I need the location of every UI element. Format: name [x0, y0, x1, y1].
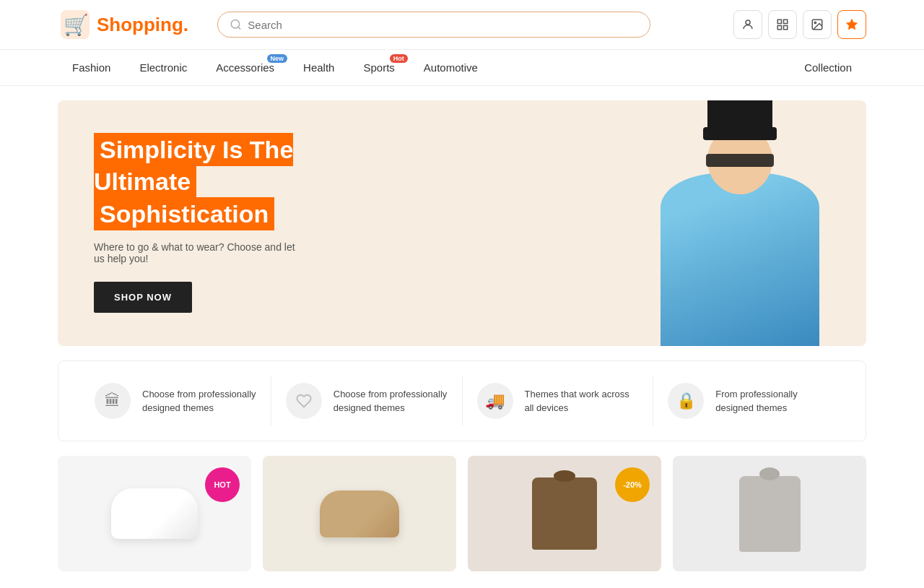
hot-badge: Hot — [390, 54, 408, 63]
discount-product-badge: -20% — [615, 467, 650, 502]
product-grid: HOT -20% — [58, 456, 866, 571]
product-image-0 — [111, 488, 198, 539]
user-icon-button[interactable] — [733, 10, 762, 39]
header-icons — [733, 10, 866, 39]
svg-rect-5 — [777, 20, 781, 23]
search-box — [217, 12, 650, 38]
svg-marker-11 — [847, 20, 858, 30]
search-area — [217, 12, 650, 38]
svg-rect-7 — [777, 26, 781, 30]
feature-text-3: From professionally designed themes — [715, 387, 829, 415]
feature-item-3: 🔒 From professionally designed themes — [653, 376, 844, 426]
features-strip: 🏛 Choose from professionally designed th… — [58, 360, 866, 441]
feature-text-2: Themes that work across all devices — [525, 387, 639, 415]
star-icon-button[interactable] — [837, 10, 866, 39]
grid-icon-button[interactable] — [768, 10, 797, 39]
product-image-2 — [532, 477, 597, 550]
nav-item-fashion[interactable]: Fashion — [58, 50, 125, 85]
feature-item-2: 🚚 Themes that work across all devices — [463, 376, 654, 426]
logo-icon: 🛒 — [58, 7, 92, 42]
product-card-2[interactable]: -20% — [468, 456, 661, 571]
building-icon: 🏛 — [95, 383, 131, 419]
svg-point-4 — [746, 20, 750, 25]
svg-rect-8 — [784, 26, 788, 30]
user-icon — [741, 18, 754, 31]
svg-line-3 — [238, 27, 240, 29]
product-card-3[interactable] — [673, 456, 866, 571]
logo-text: Shopping. — [97, 14, 188, 36]
hot-product-badge: HOT — [205, 467, 240, 502]
nav-item-health[interactable]: Health — [289, 50, 349, 85]
nav-collection[interactable]: Collection — [790, 50, 866, 85]
search-input[interactable] — [248, 19, 638, 31]
nav-item-sports[interactable]: Sports Hot — [349, 50, 409, 85]
star-icon — [845, 18, 858, 31]
hero-figure — [614, 100, 866, 346]
hero-subtitle: Where to go & what to wear? Choose and l… — [94, 241, 296, 264]
svg-point-10 — [814, 22, 816, 23]
image-icon-button[interactable] — [803, 10, 832, 39]
product-card-1[interactable] — [263, 456, 456, 571]
hero-banner: Simplicity Is The Ultimate Sophisticatio… — [58, 100, 866, 346]
feature-item-1: Choose from professionally designed them… — [271, 376, 463, 426]
new-badge: New — [267, 54, 288, 63]
lock-icon: 🔒 — [668, 383, 704, 419]
image-icon — [811, 18, 824, 31]
grid-icon — [776, 18, 789, 31]
shop-now-button[interactable]: SHOP NOW — [94, 282, 192, 313]
hero-content: Simplicity Is The Ultimate Sophisticatio… — [58, 105, 332, 342]
svg-text:🛒: 🛒 — [64, 13, 89, 37]
feature-item-0: 🏛 Choose from professionally designed th… — [80, 376, 271, 426]
hero-title: Simplicity Is The Ultimate Sophisticatio… — [94, 134, 296, 230]
svg-point-2 — [231, 20, 239, 28]
product-image-1 — [320, 490, 399, 537]
search-icon — [230, 18, 242, 31]
feature-text-0: Choose from professionally designed them… — [142, 387, 256, 415]
nav-item-accessories[interactable]: Accessories New — [201, 50, 289, 85]
heart-icon — [286, 383, 322, 419]
feature-text-1: Choose from professionally designed them… — [334, 387, 448, 415]
main-nav: Fashion Electronic Accessories New Healt… — [0, 50, 924, 86]
product-card-0[interactable]: HOT — [58, 456, 251, 571]
logo[interactable]: 🛒 Shopping. — [58, 7, 188, 42]
header: 🛒 Shopping. — [0, 0, 924, 50]
nav-item-automotive[interactable]: Automotive — [409, 50, 492, 85]
nav-item-electronic[interactable]: Electronic — [125, 50, 201, 85]
svg-rect-6 — [784, 20, 788, 23]
truck-icon: 🚚 — [477, 383, 513, 419]
product-image-3 — [739, 476, 801, 552]
